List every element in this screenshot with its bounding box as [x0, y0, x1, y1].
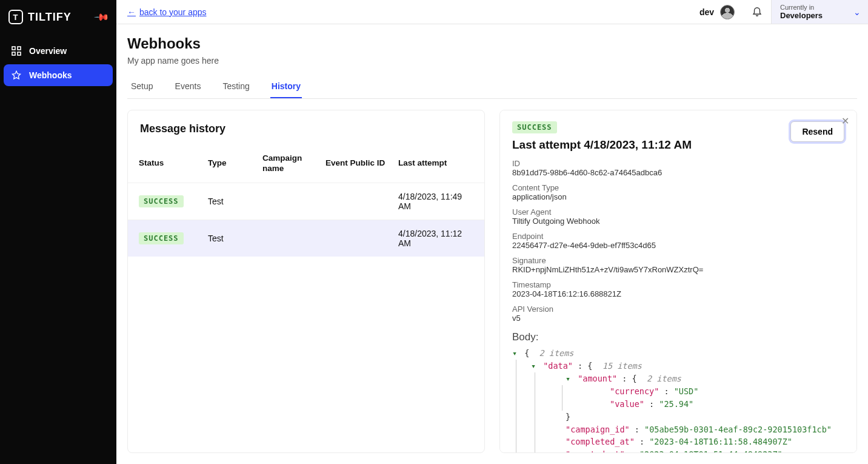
notifications-button[interactable] [743, 5, 771, 19]
body-label: Body: [512, 331, 844, 343]
col-last-attempt: Last attempt [398, 158, 473, 169]
user-menu[interactable]: dev [691, 5, 743, 19]
detail-panel: ✕ SUCCESS Last attempt 4/18/2023, 11:12 … [499, 110, 857, 453]
meta-label-signature: Signature [512, 256, 844, 265]
meta-label-api-version: API Version [512, 304, 844, 314]
meta-value-signature: RKID+npjNmLiZHth51zA+zV/ti9aw5Y7xRonWZXz… [512, 265, 844, 274]
context-label: Currently in [780, 4, 844, 11]
brand-name: TILTIFY [28, 11, 72, 24]
cell-last-attempt: 4/18/2023, 11:49 AM [398, 192, 473, 211]
meta-value-content-type: application/json [512, 192, 844, 201]
svg-rect-0 [12, 47, 15, 50]
history-heading: Message history [128, 123, 484, 145]
brand-logo[interactable]: T TILTIFY [8, 10, 72, 24]
col-type: Type [208, 158, 260, 169]
meta-label-content-type: Content Type [512, 183, 844, 192]
cell-type: Test [208, 197, 260, 206]
svg-rect-1 [18, 47, 21, 50]
page-subtitle: My app name goes here [127, 56, 857, 66]
sidebar-item-label: Webhooks [29, 70, 72, 80]
back-link[interactable]: ← back to your apps [127, 7, 207, 17]
page-title: Webhooks [127, 35, 857, 52]
user-name: dev [699, 7, 714, 17]
close-button[interactable]: ✕ [841, 115, 849, 127]
topbar: ← back to your apps dev Currently in Dev… [116, 0, 868, 24]
meta-label-timestamp: Timestamp [512, 280, 844, 289]
col-event-id: Event Public ID [326, 158, 396, 169]
svg-rect-3 [18, 52, 21, 55]
context-switcher[interactable]: Currently in Developers ⌄ [771, 0, 868, 24]
message-history-card: Message history Status Type Campaign nam… [127, 110, 485, 453]
arrow-left-icon: ← [127, 7, 136, 17]
tab-history[interactable]: History [270, 75, 302, 98]
back-link-label: back to your apps [139, 7, 207, 17]
col-campaign: Campaign name [262, 153, 323, 174]
bell-icon [752, 8, 763, 18]
tab-events[interactable]: Events [174, 75, 202, 98]
table-row[interactable]: SUCCESS Test 4/18/2023, 11:12 AM [128, 220, 484, 257]
sidebar-item-overview[interactable]: Overview [4, 40, 113, 62]
close-icon: ✕ [841, 116, 849, 126]
avatar [720, 5, 735, 19]
meta-value-api-version: v5 [512, 314, 844, 323]
table-header: Status Type Campaign name Event Public I… [128, 145, 484, 183]
meta-value-id: 8b91dd75-98b6-4d60-8c62-a74645adbca6 [512, 168, 844, 177]
tab-setup[interactable]: Setup [130, 75, 155, 98]
caret-down-icon[interactable]: ▾ [531, 360, 538, 372]
tab-testing[interactable]: Testing [221, 75, 250, 98]
meta-label-user-agent: User Agent [512, 207, 844, 217]
tabs: Setup Events Testing History [127, 75, 857, 99]
resend-button[interactable]: Resend [790, 121, 844, 142]
json-body: ▾ { 2 items ▾ "data" : { 15 items ▾ "amo… [512, 347, 844, 453]
star-icon [11, 70, 22, 80]
caret-down-icon[interactable]: ▾ [512, 347, 519, 360]
cell-last-attempt: 4/18/2023, 11:12 AM [398, 229, 473, 248]
table-row[interactable]: SUCCESS Test 4/18/2023, 11:49 AM [128, 183, 484, 220]
pin-icon[interactable]: 📌 [93, 8, 110, 25]
status-badge: SUCCESS [139, 195, 184, 207]
meta-label-id: ID [512, 159, 844, 168]
caret-down-icon[interactable]: ▾ [566, 372, 573, 385]
meta-label-endpoint: Endpoint [512, 232, 844, 241]
sidebar-item-label: Overview [29, 46, 67, 56]
status-badge: SUCCESS [139, 232, 184, 244]
sidebar: T TILTIFY 📌 Overview Webhooks [0, 0, 116, 464]
svg-rect-2 [12, 52, 15, 55]
logo-mark-icon: T [8, 10, 23, 24]
col-status: Status [139, 158, 205, 169]
sidebar-item-webhooks[interactable]: Webhooks [4, 64, 113, 86]
chevron-down-icon: ⌄ [853, 7, 861, 17]
svg-marker-4 [12, 71, 20, 79]
status-badge: SUCCESS [512, 121, 557, 133]
meta-value-endpoint: 22456477-d27e-4e64-9deb-ef7ff53c4d65 [512, 241, 844, 250]
detail-title: Last attempt 4/18/2023, 11:12 AM [512, 138, 692, 152]
grid-icon [11, 46, 22, 56]
context-value: Developers [780, 11, 844, 20]
meta-value-user-agent: Tiltify Outgoing Webhook [512, 217, 844, 226]
meta-value-timestamp: 2023-04-18T16:12:16.688821Z [512, 289, 844, 298]
cell-type: Test [208, 234, 260, 243]
